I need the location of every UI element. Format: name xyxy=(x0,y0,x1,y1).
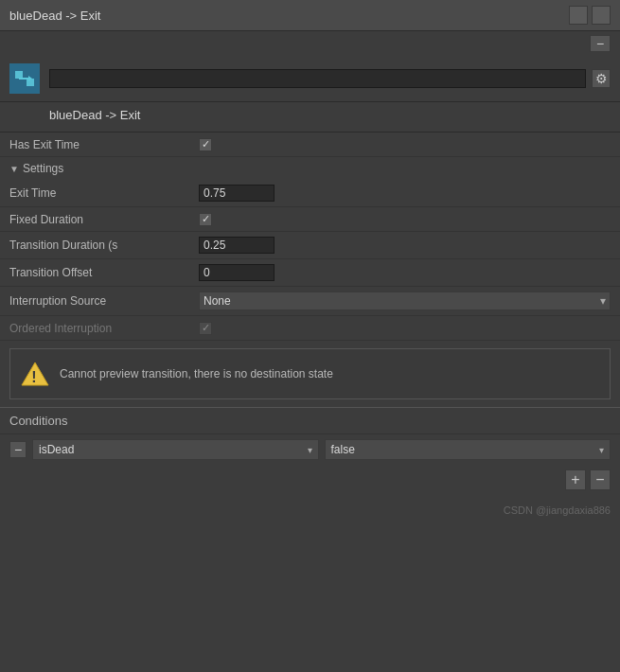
exit-time-row: Exit Time xyxy=(0,180,620,207)
has-exit-time-checkbox[interactable] xyxy=(199,138,212,151)
settings-label: Settings xyxy=(23,162,63,175)
transition-duration-value xyxy=(199,237,611,254)
header-subtitle-wrapper: blueDead -> Exit xyxy=(0,102,620,132)
exit-time-value xyxy=(199,185,611,202)
properties-panel: Has Exit Time ▼ Settings Exit Time Fixed… xyxy=(0,132,620,341)
settings-arrow-icon: ▼ xyxy=(9,164,19,174)
minus-button[interactable]: − xyxy=(590,35,611,52)
top-bar-buttons xyxy=(569,6,611,25)
condition-param-arrow-icon: ▾ xyxy=(308,445,312,455)
transition-icon xyxy=(9,63,40,94)
top-bar: blueDead -> Exit xyxy=(0,0,620,31)
transition-duration-label: Transition Duration (s xyxy=(9,239,199,252)
transition-duration-row: Transition Duration (s xyxy=(0,232,620,259)
warning-text: Cannot preview transition, there is no d… xyxy=(60,367,333,380)
condition-minus-button[interactable]: − xyxy=(9,441,27,458)
svg-text:!: ! xyxy=(31,369,36,385)
conditions-section: Conditions − isDead ▾ false ▾ + − xyxy=(0,407,620,495)
ordered-interruption-label: Ordered Interruption xyxy=(9,322,199,335)
condition-row: − isDead ▾ false ▾ xyxy=(0,434,620,465)
conditions-label: Conditions xyxy=(9,414,67,428)
gear-icon: ⚙ xyxy=(595,71,608,86)
header-input[interactable] xyxy=(49,69,586,88)
transition-duration-input[interactable] xyxy=(199,237,275,254)
add-condition-button[interactable]: + xyxy=(565,469,586,490)
remove-condition-button[interactable]: − xyxy=(590,469,611,490)
condition-value-text: false xyxy=(331,443,355,456)
interruption-source-text: None xyxy=(204,294,231,308)
interruption-source-dropdown[interactable]: None ▾ xyxy=(199,292,611,310)
top-bar-btn-1[interactable] xyxy=(569,6,588,25)
ordered-interruption-checkbox xyxy=(199,322,212,335)
plus-icon: + xyxy=(571,471,579,488)
gear-button[interactable]: ⚙ xyxy=(592,69,611,88)
interruption-source-row: Interruption Source None ▾ xyxy=(0,287,620,316)
header-input-row: ⚙ xyxy=(49,69,611,88)
ordered-interruption-row: Ordered Interruption xyxy=(0,316,620,341)
transition-offset-label: Transition Offset xyxy=(9,266,199,279)
add-remove-row: + − xyxy=(0,465,620,495)
interruption-source-arrow-icon: ▾ xyxy=(600,294,606,308)
header-subtitle: blueDead -> Exit xyxy=(9,108,140,130)
svg-rect-0 xyxy=(15,71,23,79)
transition-offset-input[interactable] xyxy=(199,264,275,281)
interruption-source-label: Interruption Source xyxy=(9,294,199,308)
settings-section-header[interactable]: ▼ Settings xyxy=(0,157,620,180)
transition-offset-row: Transition Offset xyxy=(0,259,620,287)
transition-svg xyxy=(13,67,36,90)
transition-offset-value xyxy=(199,264,611,281)
watermark-text: CSDN @jiangdaxia886 xyxy=(504,504,611,516)
top-bar-title: blueDead -> Exit xyxy=(9,9,100,23)
exit-time-input[interactable] xyxy=(199,185,275,202)
minus-icon: − xyxy=(595,471,604,488)
condition-value-arrow-icon: ▾ xyxy=(599,445,604,455)
header-section: ⚙ xyxy=(0,56,620,102)
interruption-source-value: None ▾ xyxy=(199,292,611,310)
condition-param-dropdown[interactable]: isDead ▾ xyxy=(32,439,319,460)
has-exit-time-label: Has Exit Time xyxy=(9,138,199,151)
warning-box: ! Cannot preview transition, there is no… xyxy=(9,348,611,399)
minus-bar: − xyxy=(0,31,620,56)
fixed-duration-checkbox[interactable] xyxy=(199,213,212,226)
has-exit-time-row: Has Exit Time xyxy=(0,133,620,157)
fixed-duration-label: Fixed Duration xyxy=(9,213,199,226)
fixed-duration-row: Fixed Duration xyxy=(0,207,620,232)
condition-value-dropdown[interactable]: false ▾ xyxy=(325,439,611,460)
condition-param-text: isDead xyxy=(39,443,74,456)
footer-watermark: CSDN @jiangdaxia886 xyxy=(0,495,620,521)
top-bar-btn-2[interactable] xyxy=(592,6,611,25)
warning-icon: ! xyxy=(20,359,50,389)
conditions-header: Conditions xyxy=(0,407,620,434)
exit-time-label: Exit Time xyxy=(9,186,199,200)
condition-minus-icon: − xyxy=(14,442,22,457)
